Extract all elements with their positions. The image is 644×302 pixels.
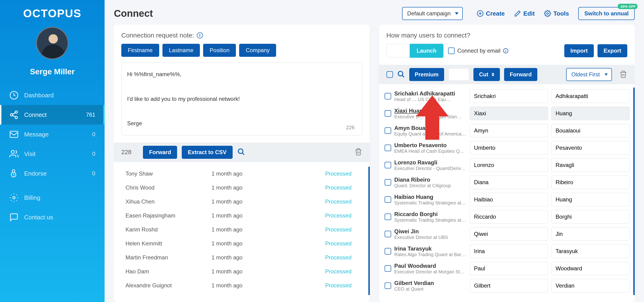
- processed-time: 1 month ago: [212, 268, 281, 275]
- tools-button[interactable]: Tools: [544, 10, 569, 17]
- lead-position: Executive Director - Quant/Deriva…: [394, 166, 466, 171]
- search-leads-button[interactable]: [397, 70, 405, 79]
- sidebar-item-billing[interactable]: Billing: [0, 188, 104, 207]
- lead-firstname-input[interactable]: [470, 244, 548, 258]
- import-button[interactable]: Import: [564, 44, 594, 57]
- processed-status[interactable]: Processed: [281, 226, 362, 233]
- lead-lastname-input[interactable]: [551, 107, 630, 120]
- lead-firstname-input[interactable]: [470, 107, 548, 120]
- sort-select[interactable]: Oldest First: [566, 68, 612, 81]
- lead-lastname-input[interactable]: [551, 124, 630, 137]
- sidebar-item-message[interactable]: Message0: [0, 124, 104, 144]
- lead-lastname-input[interactable]: [551, 176, 630, 189]
- processed-status[interactable]: Processed: [281, 254, 362, 261]
- sidebar-item-endorse[interactable]: Endorse0: [0, 164, 104, 183]
- lead-checkbox[interactable]: [385, 127, 391, 134]
- avatar[interactable]: [36, 27, 68, 59]
- lead-lastname-input[interactable]: [551, 244, 630, 258]
- create-button[interactable]: Create: [477, 10, 505, 17]
- lead-lastname-input[interactable]: [551, 141, 630, 155]
- note-textarea[interactable]: Hi %%first_name%%, I'd like to add you t…: [121, 62, 362, 135]
- connect-email-checkbox[interactable]: [448, 48, 454, 54]
- lastname-token[interactable]: Lastname: [162, 44, 200, 57]
- lead-firstname-input[interactable]: [470, 193, 548, 206]
- lead-checkbox[interactable]: [385, 162, 391, 168]
- lead-lastname-input[interactable]: [551, 210, 630, 224]
- lead-info[interactable]: Srichakri AdhikarapattiHead of … US Cash…: [394, 90, 466, 102]
- lead-firstname-input[interactable]: [470, 210, 548, 224]
- lead-checkbox[interactable]: [385, 110, 391, 117]
- lead-checkbox[interactable]: [385, 196, 391, 203]
- processed-time: 1 month ago: [212, 254, 281, 261]
- user-count-input[interactable]: [386, 44, 410, 58]
- premium-button[interactable]: Premium: [409, 68, 444, 81]
- lead-lastname-input[interactable]: [551, 193, 630, 206]
- edit-button[interactable]: Edit: [514, 10, 535, 17]
- lead-lastname-input[interactable]: [551, 89, 630, 103]
- search-button[interactable]: [237, 148, 245, 157]
- firstname-token[interactable]: Firstname: [121, 44, 159, 57]
- launch-button[interactable]: Launch: [410, 44, 444, 58]
- forward-button[interactable]: Forward: [143, 146, 177, 159]
- lead-lastname-input[interactable]: [551, 227, 630, 241]
- lead-checkbox[interactable]: [385, 282, 391, 289]
- lead-checkbox[interactable]: [385, 93, 391, 99]
- lead-firstname-input[interactable]: [470, 158, 548, 172]
- lead-checkbox[interactable]: [385, 248, 391, 254]
- lead-firstname-input[interactable]: [470, 141, 548, 155]
- lead-info[interactable]: Diana RibeiroQuant. Director at Citigrou…: [394, 177, 466, 188]
- processed-status[interactable]: Processed: [281, 240, 362, 247]
- lead-info[interactable]: Amyn BoualaouiEquity Quant at Bank of Am…: [394, 125, 466, 137]
- delete-button[interactable]: [354, 148, 362, 157]
- campaign-select[interactable]: Default campaign: [402, 7, 463, 20]
- lead-info[interactable]: Qiwei JinExecutive Director at UBS: [394, 228, 466, 240]
- lead-info[interactable]: Paul WoodwardExecutive Director at Morga…: [394, 263, 466, 274]
- lead-info[interactable]: Umberto PesaventoEMEA Head of Cash Equit…: [394, 142, 466, 154]
- switch-annual-button[interactable]: Switch to annual -35% OFF: [578, 7, 635, 20]
- position-token[interactable]: Position: [203, 44, 236, 57]
- forward-leads-button[interactable]: Forward: [504, 68, 537, 81]
- lead-lastname-input[interactable]: [551, 262, 630, 275]
- lead-lastname-input[interactable]: [551, 279, 630, 292]
- select-all-checkbox[interactable]: [386, 71, 393, 78]
- lead-info[interactable]: Xiaxi HuangExecutive D… at Morgan Stan…: [394, 108, 466, 119]
- lead-info[interactable]: Gilbert VerdianCEO at Quant: [394, 280, 466, 292]
- processed-status[interactable]: Processed: [281, 212, 362, 219]
- info-icon[interactable]: i: [197, 32, 203, 38]
- lead-firstname-input[interactable]: [470, 176, 548, 189]
- lead-checkbox[interactable]: [385, 179, 391, 186]
- lead-info[interactable]: Lorenzo RavagliExecutive Director - Quan…: [394, 159, 466, 171]
- lead-info[interactable]: Irina TarasyukRates Algo Trading Quant a…: [394, 245, 466, 257]
- sidebar-item-connect[interactable]: Connect761: [0, 105, 104, 124]
- export-button[interactable]: Export: [598, 44, 627, 57]
- extract-csv-button[interactable]: Extract to CSV: [182, 146, 233, 159]
- lead-lastname-input[interactable]: [551, 158, 630, 172]
- info-icon[interactable]: i: [503, 48, 508, 53]
- lead-checkbox[interactable]: [385, 144, 391, 151]
- lead-info[interactable]: Haibiao HuangSystematic Trading Strategi…: [394, 194, 466, 206]
- filter-input[interactable]: [448, 68, 469, 81]
- delete-leads-button[interactable]: [619, 70, 627, 79]
- lead-checkbox[interactable]: [385, 214, 391, 220]
- lead-firstname-input[interactable]: [470, 279, 548, 292]
- sidebar-item-contact-us[interactable]: Contact us: [0, 207, 104, 227]
- processed-status[interactable]: Processed: [281, 198, 362, 205]
- sidebar-item-visit[interactable]: Visit0: [0, 144, 104, 164]
- company-token[interactable]: Company: [239, 44, 276, 57]
- lead-firstname-input[interactable]: [470, 89, 548, 103]
- processed-status[interactable]: Processed: [281, 282, 362, 289]
- processed-status[interactable]: Processed: [281, 184, 362, 191]
- lead-info[interactable]: Riccardo BorghiSystematic Trading Strate…: [394, 211, 466, 223]
- lead-firstname-input[interactable]: [470, 262, 548, 275]
- processed-status[interactable]: Processed: [281, 268, 362, 275]
- cut-button[interactable]: Cut: [474, 68, 500, 81]
- sidebar-item-dashboard[interactable]: Dashboard: [0, 85, 104, 105]
- lead-checkbox[interactable]: [385, 231, 391, 237]
- svg-line-15: [242, 153, 244, 155]
- processed-row: Hao Dam1 month agoProcessed: [114, 264, 370, 278]
- lead-firstname-input[interactable]: [470, 124, 548, 137]
- lead-checkbox[interactable]: [385, 265, 391, 272]
- processed-status[interactable]: Processed: [281, 171, 362, 177]
- connect-email-option[interactable]: Connect by email i: [448, 48, 508, 54]
- lead-firstname-input[interactable]: [470, 227, 548, 241]
